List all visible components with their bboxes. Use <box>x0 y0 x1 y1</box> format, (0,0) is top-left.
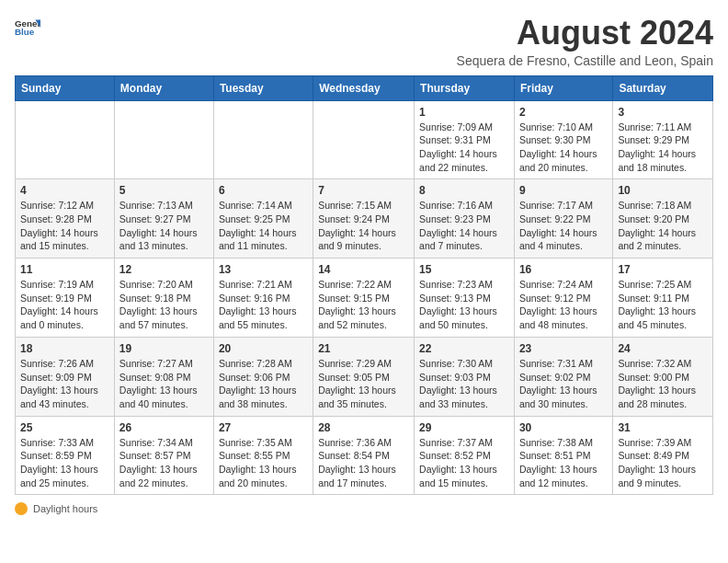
calendar-table: SundayMondayTuesdayWednesdayThursdayFrid… <box>15 75 713 496</box>
calendar-cell: 27Sunrise: 7:35 AMSunset: 8:55 PMDayligh… <box>213 416 313 495</box>
day-header-monday: Monday <box>114 75 213 100</box>
cell-date: 29 <box>419 421 509 434</box>
calendar-header-row: SundayMondayTuesdayWednesdayThursdayFrid… <box>16 75 713 100</box>
calendar-cell: 6Sunrise: 7:14 AMSunset: 9:25 PMDaylight… <box>213 179 313 259</box>
calendar-cell: 24Sunrise: 7:32 AMSunset: 9:00 PMDayligh… <box>613 337 713 416</box>
cell-date: 15 <box>419 263 509 276</box>
cell-date: 23 <box>519 342 608 355</box>
calendar-cell <box>313 100 415 179</box>
calendar-week-3: 18Sunrise: 7:26 AMSunset: 9:09 PMDayligh… <box>16 337 713 416</box>
cell-info: Sunrise: 7:16 AMSunset: 9:23 PMDaylight:… <box>419 199 509 253</box>
calendar-cell: 21Sunrise: 7:29 AMSunset: 9:05 PMDayligh… <box>313 337 415 416</box>
calendar-cell: 3Sunrise: 7:11 AMSunset: 9:29 PMDaylight… <box>613 100 713 179</box>
cell-date: 27 <box>219 421 308 434</box>
cell-date: 6 <box>219 184 308 197</box>
cell-info: Sunrise: 7:17 AMSunset: 9:22 PMDaylight:… <box>519 199 608 253</box>
cell-info: Sunrise: 7:25 AMSunset: 9:11 PMDaylight:… <box>618 278 708 332</box>
cell-info: Sunrise: 7:18 AMSunset: 9:20 PMDaylight:… <box>618 199 708 253</box>
cell-date: 13 <box>219 263 308 276</box>
cell-date: 12 <box>119 263 209 276</box>
day-header-wednesday: Wednesday <box>313 75 415 100</box>
cell-date: 25 <box>20 421 109 434</box>
cell-date: 5 <box>119 184 209 197</box>
cell-info: Sunrise: 7:13 AMSunset: 9:27 PMDaylight:… <box>119 199 209 253</box>
calendar-cell: 25Sunrise: 7:33 AMSunset: 8:59 PMDayligh… <box>16 416 115 495</box>
cell-date: 26 <box>119 421 209 434</box>
calendar-cell: 20Sunrise: 7:28 AMSunset: 9:06 PMDayligh… <box>213 337 313 416</box>
cell-date: 18 <box>20 342 109 355</box>
calendar-cell: 10Sunrise: 7:18 AMSunset: 9:20 PMDayligh… <box>613 179 713 259</box>
cell-info: Sunrise: 7:09 AMSunset: 9:31 PMDaylight:… <box>419 121 509 175</box>
cell-date: 10 <box>618 184 708 197</box>
calendar-cell: 22Sunrise: 7:30 AMSunset: 9:03 PMDayligh… <box>415 337 515 416</box>
cell-info: Sunrise: 7:34 AMSunset: 8:57 PMDaylight:… <box>119 436 209 490</box>
location-subtitle: Sequera de Fresno, Castille and Leon, Sp… <box>457 53 713 68</box>
cell-date: 14 <box>318 263 409 276</box>
calendar-cell: 16Sunrise: 7:24 AMSunset: 9:12 PMDayligh… <box>514 259 612 338</box>
cell-info: Sunrise: 7:33 AMSunset: 8:59 PMDaylight:… <box>20 436 109 490</box>
cell-info: Sunrise: 7:36 AMSunset: 8:54 PMDaylight:… <box>318 436 409 490</box>
calendar-cell: 19Sunrise: 7:27 AMSunset: 9:08 PMDayligh… <box>114 337 213 416</box>
cell-date: 4 <box>20 184 109 197</box>
cell-date: 22 <box>419 342 509 355</box>
svg-text:Blue: Blue <box>15 27 35 37</box>
header: General Blue August 2024 Sequera de Fres… <box>15 15 713 68</box>
calendar-cell: 28Sunrise: 7:36 AMSunset: 8:54 PMDayligh… <box>313 416 415 495</box>
cell-info: Sunrise: 7:31 AMSunset: 9:02 PMDaylight:… <box>519 357 608 411</box>
calendar-cell: 12Sunrise: 7:20 AMSunset: 9:18 PMDayligh… <box>114 259 213 338</box>
logo-icon: General Blue <box>15 15 40 40</box>
calendar-cell: 4Sunrise: 7:12 AMSunset: 9:28 PMDaylight… <box>16 179 115 259</box>
calendar-cell: 13Sunrise: 7:21 AMSunset: 9:16 PMDayligh… <box>213 259 313 338</box>
calendar-week-1: 4Sunrise: 7:12 AMSunset: 9:28 PMDaylight… <box>16 179 713 259</box>
day-header-saturday: Saturday <box>613 75 713 100</box>
cell-info: Sunrise: 7:26 AMSunset: 9:09 PMDaylight:… <box>20 357 109 411</box>
cell-date: 7 <box>318 184 409 197</box>
calendar-cell <box>114 100 213 179</box>
calendar-cell: 9Sunrise: 7:17 AMSunset: 9:22 PMDaylight… <box>514 179 612 259</box>
cell-date: 30 <box>519 421 608 434</box>
cell-info: Sunrise: 7:28 AMSunset: 9:06 PMDaylight:… <box>219 357 308 411</box>
cell-info: Sunrise: 7:24 AMSunset: 9:12 PMDaylight:… <box>519 278 608 332</box>
cell-date: 8 <box>419 184 509 197</box>
cell-info: Sunrise: 7:27 AMSunset: 9:08 PMDaylight:… <box>119 357 209 411</box>
calendar-cell: 15Sunrise: 7:23 AMSunset: 9:13 PMDayligh… <box>415 259 515 338</box>
calendar-cell: 1Sunrise: 7:09 AMSunset: 9:31 PMDaylight… <box>415 100 515 179</box>
cell-info: Sunrise: 7:15 AMSunset: 9:24 PMDaylight:… <box>318 199 409 253</box>
day-header-tuesday: Tuesday <box>213 75 313 100</box>
cell-info: Sunrise: 7:22 AMSunset: 9:15 PMDaylight:… <box>318 278 409 332</box>
cell-date: 2 <box>519 106 608 119</box>
month-year-title: August 2024 <box>457 15 713 52</box>
cell-date: 16 <box>519 263 608 276</box>
calendar-cell: 23Sunrise: 7:31 AMSunset: 9:02 PMDayligh… <box>514 337 612 416</box>
calendar-cell: 7Sunrise: 7:15 AMSunset: 9:24 PMDaylight… <box>313 179 415 259</box>
cell-date: 3 <box>618 106 708 119</box>
calendar-week-0: 1Sunrise: 7:09 AMSunset: 9:31 PMDaylight… <box>16 100 713 179</box>
cell-info: Sunrise: 7:30 AMSunset: 9:03 PMDaylight:… <box>419 357 509 411</box>
cell-info: Sunrise: 7:32 AMSunset: 9:00 PMDaylight:… <box>618 357 708 411</box>
daylight-label: Daylight hours <box>33 503 97 514</box>
cell-info: Sunrise: 7:10 AMSunset: 9:30 PMDaylight:… <box>519 121 608 175</box>
cell-info: Sunrise: 7:19 AMSunset: 9:19 PMDaylight:… <box>20 278 109 332</box>
calendar-cell: 5Sunrise: 7:13 AMSunset: 9:27 PMDaylight… <box>114 179 213 259</box>
calendar-cell: 26Sunrise: 7:34 AMSunset: 8:57 PMDayligh… <box>114 416 213 495</box>
cell-date: 21 <box>318 342 409 355</box>
calendar-cell: 29Sunrise: 7:37 AMSunset: 8:52 PMDayligh… <box>415 416 515 495</box>
sun-icon <box>15 502 28 515</box>
calendar-cell: 17Sunrise: 7:25 AMSunset: 9:11 PMDayligh… <box>613 259 713 338</box>
calendar-cell: 14Sunrise: 7:22 AMSunset: 9:15 PMDayligh… <box>313 259 415 338</box>
calendar-week-4: 25Sunrise: 7:33 AMSunset: 8:59 PMDayligh… <box>16 416 713 495</box>
calendar-cell: 18Sunrise: 7:26 AMSunset: 9:09 PMDayligh… <box>16 337 115 416</box>
cell-info: Sunrise: 7:14 AMSunset: 9:25 PMDaylight:… <box>219 199 308 253</box>
calendar-week-2: 11Sunrise: 7:19 AMSunset: 9:19 PMDayligh… <box>16 259 713 338</box>
cell-info: Sunrise: 7:35 AMSunset: 8:55 PMDaylight:… <box>219 436 308 490</box>
cell-info: Sunrise: 7:12 AMSunset: 9:28 PMDaylight:… <box>20 199 109 253</box>
cell-date: 24 <box>618 342 708 355</box>
cell-date: 9 <box>519 184 608 197</box>
calendar-cell: 30Sunrise: 7:38 AMSunset: 8:51 PMDayligh… <box>514 416 612 495</box>
calendar-cell: 2Sunrise: 7:10 AMSunset: 9:30 PMDaylight… <box>514 100 612 179</box>
calendar-cell: 31Sunrise: 7:39 AMSunset: 8:49 PMDayligh… <box>613 416 713 495</box>
cell-info: Sunrise: 7:37 AMSunset: 8:52 PMDaylight:… <box>419 436 509 490</box>
cell-info: Sunrise: 7:29 AMSunset: 9:05 PMDaylight:… <box>318 357 409 411</box>
calendar-cell <box>16 100 115 179</box>
calendar-cell <box>213 100 313 179</box>
